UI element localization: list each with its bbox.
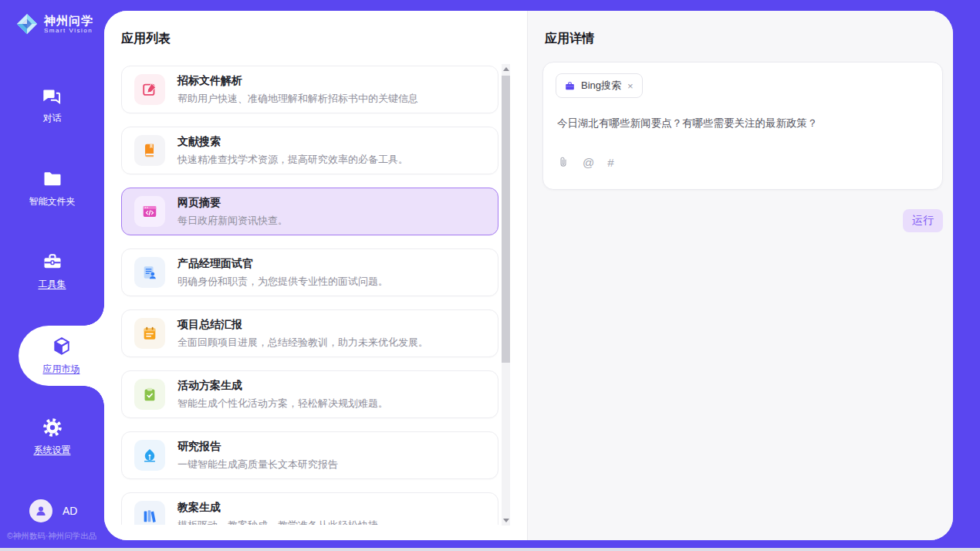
app-card-lesson-plan[interactable]: 教案生成 模板驱动，教案秒成，教学准备从此轻松快捷 (121, 492, 498, 525)
app-window: 神州问学 Smart Vision 对话 智能文件夹 (0, 0, 980, 551)
content-area: 应用列表 招标文件解析 帮助用户快速、准确地理解和解析招标书中的关键信息 (104, 11, 953, 540)
prompt-input[interactable]: 今日湖北有哪些新闻要点？有哪些需要关注的最新政策？ (557, 117, 928, 130)
app-desc: 快速精准查找学术资源，提高研究效率的必备工具。 (177, 153, 408, 167)
app-list-panel: 应用列表 招标文件解析 帮助用户快速、准确地理解和解析招标书中的关键信息 (104, 11, 527, 540)
interviewer-icon (141, 264, 158, 281)
sidebar-item-label: 对话 (43, 112, 62, 125)
sidebar: 神州问学 Smart Vision 对话 智能文件夹 (0, 0, 104, 548)
app-name: 网页摘要 (177, 196, 288, 210)
calendar-icon (141, 325, 158, 342)
app-desc: 智能生成个性化活动方案，轻松解决规划难题。 (177, 397, 388, 411)
gear-icon (42, 417, 63, 438)
mention-icon[interactable]: @ (583, 157, 594, 168)
sidebar-item-smart-folder[interactable]: 智能文件夹 (0, 165, 104, 211)
app-name: 文献搜索 (177, 135, 408, 149)
brand-logo: 神州问学 Smart Vision (15, 12, 93, 35)
app-desc: 一键智能生成高质量长文本研究报告 (177, 458, 338, 472)
books-icon (141, 508, 158, 525)
app-detail-title: 应用详情 (545, 31, 594, 47)
app-detail-panel: 应用详情 Bing搜索 × 今日湖北有哪些新闻要点？有哪些需要关注的最新政策？ (527, 11, 953, 540)
toolbox-icon (42, 251, 63, 272)
sidebar-item-settings[interactable]: 系统设置 (0, 414, 104, 460)
sidebar-item-app-market[interactable]: 应用市场 (19, 326, 104, 386)
bottom-strip (0, 548, 980, 551)
sidebar-item-label: 智能文件夹 (29, 195, 76, 208)
avatar-icon (34, 504, 48, 518)
attachment-icon[interactable] (557, 156, 569, 168)
app-desc: 全面回顾项目进展，总结经验教训，助力未来优化发展。 (177, 336, 428, 350)
tool-tag-label: Bing搜索 (581, 79, 621, 93)
brand-name: 神州问学 (44, 14, 93, 27)
purple-frame: 神州问学 Smart Vision 对话 智能文件夹 (0, 0, 980, 548)
app-card-literature-search[interactable]: 文献搜索 快速精准查找学术资源，提高研究效率的必备工具。 (121, 127, 498, 174)
browser-code-icon (141, 203, 158, 220)
app-name: 产品经理面试官 (177, 257, 388, 271)
composer-toolbar: @ # (557, 156, 614, 168)
app-list-scroll-area: 招标文件解析 帮助用户快速、准确地理解和解析招标书中的关键信息 (121, 66, 498, 525)
sidebar-item-label: 工具集 (39, 278, 66, 291)
app-card-project-summary[interactable]: 项目总结汇报 全面回顾项目进展，总结经验教训，助力未来优化发展。 (121, 309, 498, 357)
book-icon (141, 142, 158, 159)
app-desc: 帮助用户快速、准确地理解和解析招标书中的关键信息 (177, 92, 418, 106)
app-desc: 每日政府新闻资讯快查。 (177, 214, 288, 228)
avatar (29, 499, 52, 522)
gem-logo-icon (15, 12, 39, 35)
user-name: AD (63, 505, 77, 517)
sidebar-item-toolset[interactable]: 工具集 (0, 248, 104, 294)
app-card-pm-interviewer[interactable]: 产品经理面试官 明确身份和职责，为您提供专业性的面试问题。 (121, 248, 498, 296)
app-card-event-plan[interactable]: 活动方案生成 智能生成个性化活动方案，轻松解决规划难题。 (121, 370, 498, 418)
app-card-bid-doc-parsing[interactable]: 招标文件解析 帮助用户快速、准确地理解和解析招标书中的关键信息 (121, 66, 498, 113)
folder-icon (42, 168, 63, 190)
app-desc: 明确身份和职责，为您提供专业性的面试问题。 (177, 275, 388, 289)
run-button[interactable]: 运行 (903, 209, 943, 232)
sidebar-item-label: 应用市场 (43, 363, 80, 376)
app-desc: 模板驱动，教案秒成，教学准备从此轻松快捷 (177, 519, 378, 526)
user-account[interactable]: AD (29, 499, 77, 522)
brand-tagline: Smart Vision (44, 27, 93, 34)
tool-tag-close-icon[interactable]: × (627, 81, 634, 91)
edit-square-icon (141, 81, 158, 98)
topic-icon[interactable]: # (607, 157, 613, 168)
app-name: 教案生成 (177, 501, 378, 515)
app-name: 活动方案生成 (177, 379, 388, 393)
tool-tag-bing-search[interactable]: Bing搜索 × (556, 73, 643, 98)
clipboard-check-icon (141, 386, 158, 403)
app-name: 研究报告 (177, 440, 338, 454)
app-list-title: 应用列表 (121, 31, 171, 47)
ink-pen-icon (141, 447, 158, 464)
scrollbar-thumb[interactable] (502, 76, 510, 363)
app-card-research-report[interactable]: 研究报告 一键智能生成高质量长文本研究报告 (121, 431, 498, 479)
app-name: 项目总结汇报 (177, 318, 428, 332)
scrollbar-down-arrow[interactable] (502, 516, 510, 526)
app-list-scrollbar[interactable] (502, 64, 510, 526)
sidebar-item-label: 系统设置 (34, 444, 71, 457)
prompt-composer[interactable]: Bing搜索 × 今日湖北有哪些新闻要点？有哪些需要关注的最新政策？ @ # (542, 62, 943, 190)
copyright-footer: ©神州数码·神州问学出品 (7, 531, 96, 542)
briefcase-icon (564, 80, 576, 92)
sidebar-item-chat[interactable]: 对话 (0, 82, 104, 128)
cube-icon (51, 336, 73, 357)
app-name: 招标文件解析 (177, 74, 418, 88)
chat-icon (42, 85, 63, 106)
scrollbar-up-arrow[interactable] (502, 64, 510, 74)
app-card-web-summary[interactable]: 网页摘要 每日政府新闻资讯快查。 (121, 188, 498, 235)
